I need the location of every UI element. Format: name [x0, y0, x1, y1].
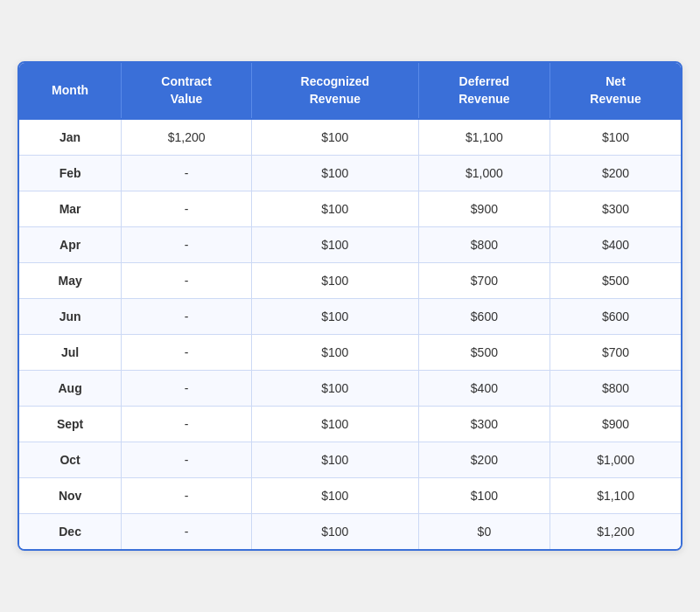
cell-recognized_revenue-9: $100	[251, 442, 418, 478]
cell-recognized_revenue-5: $100	[251, 299, 418, 335]
table-row: Feb-$100$1,000$200	[19, 156, 681, 191]
cell-month-6: Jul	[19, 335, 122, 371]
cell-net_revenue-10: $1,100	[550, 478, 681, 514]
cell-month-11: Dec	[19, 514, 122, 550]
cell-recognized_revenue-6: $100	[251, 335, 418, 371]
cell-deferred_revenue-1: $1,000	[418, 156, 550, 191]
cell-net_revenue-8: $900	[550, 407, 681, 442]
cell-contract_value-3: -	[122, 227, 252, 263]
cell-net_revenue-5: $600	[550, 299, 681, 335]
cell-recognized_revenue-1: $100	[251, 156, 418, 191]
cell-recognized_revenue-10: $100	[251, 478, 418, 514]
table-body: Jan$1,200$100$1,100$100Feb-$100$1,000$20…	[19, 119, 681, 549]
col-header-month: Month	[19, 63, 122, 119]
cell-month-8: Sept	[19, 407, 122, 442]
cell-deferred_revenue-7: $400	[418, 371, 550, 407]
cell-contract_value-8: -	[122, 407, 252, 442]
cell-month-9: Oct	[19, 442, 122, 478]
cell-deferred_revenue-0: $1,100	[418, 119, 550, 156]
cell-net_revenue-3: $400	[550, 227, 681, 263]
cell-contract_value-5: -	[122, 299, 252, 335]
cell-month-0: Jan	[19, 119, 122, 156]
cell-contract_value-10: -	[122, 478, 252, 514]
table-row: Mar-$100$900$300	[19, 191, 681, 227]
col-header-recognized-revenue: RecognizedRevenue	[251, 63, 418, 119]
cell-contract_value-11: -	[122, 514, 252, 550]
cell-recognized_revenue-8: $100	[251, 407, 418, 442]
cell-contract_value-1: -	[122, 156, 252, 191]
cell-deferred_revenue-4: $700	[418, 263, 550, 299]
cell-contract_value-6: -	[122, 335, 252, 371]
cell-net_revenue-2: $300	[550, 191, 681, 227]
cell-recognized_revenue-3: $100	[251, 227, 418, 263]
cell-month-2: Mar	[19, 191, 122, 227]
cell-net_revenue-11: $1,200	[550, 514, 681, 550]
cell-deferred_revenue-6: $500	[418, 335, 550, 371]
cell-net_revenue-7: $800	[550, 371, 681, 407]
cell-month-4: May	[19, 263, 122, 299]
table-row: Jul-$100$500$700	[19, 335, 681, 371]
cell-month-10: Nov	[19, 478, 122, 514]
table-row: Jun-$100$600$600	[19, 299, 681, 335]
table-row: Jan$1,200$100$1,100$100	[19, 119, 681, 156]
cell-deferred_revenue-2: $900	[418, 191, 550, 227]
table-row: Nov-$100$100$1,100	[19, 478, 681, 514]
cell-contract_value-4: -	[122, 263, 252, 299]
table-header-row: Month ContractValue RecognizedRevenue De…	[19, 63, 681, 119]
cell-net_revenue-9: $1,000	[550, 442, 681, 478]
cell-net_revenue-4: $500	[550, 263, 681, 299]
cell-net_revenue-6: $700	[550, 335, 681, 371]
cell-month-1: Feb	[19, 156, 122, 191]
cell-month-7: Aug	[19, 371, 122, 407]
cell-deferred_revenue-9: $200	[418, 442, 550, 478]
table-row: Oct-$100$200$1,000	[19, 442, 681, 478]
cell-recognized_revenue-0: $100	[251, 119, 418, 156]
table-row: Dec-$100$0$1,200	[19, 514, 681, 550]
revenue-table: Month ContractValue RecognizedRevenue De…	[19, 63, 681, 549]
col-header-net-revenue: NetRevenue	[550, 63, 681, 119]
cell-month-5: Jun	[19, 299, 122, 335]
cell-net_revenue-0: $100	[550, 119, 681, 156]
cell-recognized_revenue-7: $100	[251, 371, 418, 407]
col-header-deferred-revenue: DeferredRevenue	[418, 63, 550, 119]
table-row: Sept-$100$300$900	[19, 407, 681, 442]
cell-contract_value-2: -	[122, 191, 252, 227]
cell-deferred_revenue-5: $600	[418, 299, 550, 335]
cell-recognized_revenue-2: $100	[251, 191, 418, 227]
cell-month-3: Apr	[19, 227, 122, 263]
table-row: Aug-$100$400$800	[19, 371, 681, 407]
revenue-table-container: Month ContractValue RecognizedRevenue De…	[18, 61, 682, 551]
cell-recognized_revenue-4: $100	[251, 263, 418, 299]
cell-deferred_revenue-3: $800	[418, 227, 550, 263]
table-row: May-$100$700$500	[19, 263, 681, 299]
cell-deferred_revenue-11: $0	[418, 514, 550, 550]
cell-contract_value-0: $1,200	[122, 119, 252, 156]
cell-net_revenue-1: $200	[550, 156, 681, 191]
cell-deferred_revenue-8: $300	[418, 407, 550, 442]
cell-recognized_revenue-11: $100	[251, 514, 418, 550]
cell-deferred_revenue-10: $100	[418, 478, 550, 514]
table-row: Apr-$100$800$400	[19, 227, 681, 263]
col-header-contract-value: ContractValue	[122, 63, 252, 119]
cell-contract_value-9: -	[122, 442, 252, 478]
cell-contract_value-7: -	[122, 371, 252, 407]
